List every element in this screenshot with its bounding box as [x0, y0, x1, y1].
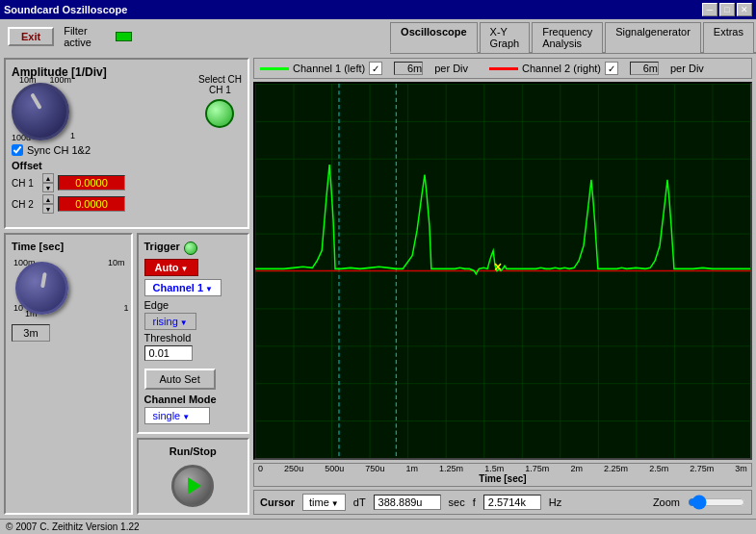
channel-mode-label: Channel Mode [144, 394, 217, 405]
amplitude-panel: Amplitude [1/Div] 10m 100m 1 100u [4, 58, 249, 229]
main-window: Exit Filter active Oscilloscope X-Y Grap… [0, 19, 756, 534]
ch2-offset-input[interactable]: 0.0000 [58, 196, 125, 212]
top-bar-left: Exit Filter active [0, 19, 140, 54]
zoom-slider[interactable] [688, 495, 745, 510]
autoset-button[interactable]: Auto Set [144, 369, 216, 390]
oscilloscope-screen[interactable] [253, 82, 752, 460]
ch2-line [489, 67, 518, 70]
time-axis-container: 0 250u 500u 750u 1m 1.25m 1.5m 1.75m 2m … [253, 463, 752, 487]
play-icon [188, 477, 201, 495]
amplitude-knob[interactable] [12, 83, 69, 140]
time-axis-unit: Time [sec] [254, 473, 751, 484]
close-button[interactable]: ✕ [737, 3, 752, 16]
ch1-offset-row: CH 1 ▲ ▼ 0.0000 [12, 173, 242, 192]
time-knob[interactable] [15, 262, 68, 315]
ch2-spin-up[interactable]: ▲ [42, 194, 54, 204]
runstop-title: Run/Stop [169, 445, 217, 457]
cursor-type-button[interactable]: time▼ [302, 494, 346, 511]
ch2-legend: Channel 2 (right) ✓ [489, 62, 618, 75]
tab-oscilloscope[interactable]: Oscilloscope [390, 22, 477, 53]
time-label-3m: 3m [735, 464, 747, 473]
copyright-text: © 2007 C. Zeithitz Version 1.22 [6, 521, 140, 532]
ch1-offset-label: CH 1 [12, 178, 39, 189]
ch1-label: CH 1 [209, 85, 231, 95]
ch2-spinner[interactable]: ▲ ▼ [42, 194, 54, 214]
f-value-input[interactable] [483, 495, 541, 510]
f-unit: Hz [549, 496, 561, 508]
ch1-offset-input[interactable]: 0.0000 [58, 175, 125, 191]
time-label-0: 0 [258, 464, 263, 473]
ch1-led[interactable] [205, 99, 234, 128]
window-controls: ─ □ ✕ [702, 3, 752, 16]
filter-active-label: Filter active [64, 25, 110, 48]
time-label-2.75m: 2.75m [690, 464, 714, 473]
exit-button[interactable]: Exit [8, 27, 54, 46]
maximize-button[interactable]: □ [719, 3, 735, 16]
time-label-500u: 500u [325, 464, 344, 473]
trigger-channel-button[interactable]: Channel 1▼ [144, 279, 222, 296]
edge-label: Edge [144, 299, 169, 311]
ch1-line [260, 67, 289, 70]
time-title: Time [sec] [12, 241, 64, 252]
ch2-perdiv-unit: per Div [670, 63, 704, 74]
tab-frequency-analysis[interactable]: Frequency Analysis [532, 22, 603, 53]
ch2-offset-label: CH 2 [12, 199, 39, 210]
trigger-mode-button[interactable]: Auto▼ [144, 259, 199, 276]
left-panel: Amplitude [1/Div] 10m 100m 1 100u [4, 58, 249, 515]
time-label-750u: 750u [365, 464, 384, 473]
time-display: 3m [12, 324, 50, 342]
ch1-spinner[interactable]: ▲ ▼ [42, 173, 54, 192]
edge-button[interactable]: rising▼ [144, 313, 196, 330]
right-panel: Channel 1 (left) ✓ per Div Channel 2 (ri… [253, 58, 752, 515]
tab-signal-generator[interactable]: Signalgenerator [605, 22, 701, 53]
trigger-panel: Trigger Auto▼ Channel 1▼ [137, 233, 250, 434]
zoom-label: Zoom [653, 496, 680, 508]
ch1-legend-label: Channel 1 (left) [293, 63, 365, 74]
time-label-10m: 10m [108, 258, 125, 267]
channel-mode-button[interactable]: single▼ [144, 407, 211, 424]
ch2-check[interactable]: ✓ [605, 62, 618, 75]
time-label-2m: 2m [570, 464, 583, 473]
ch2-perdiv-input[interactable] [630, 62, 659, 75]
oscilloscope-grid [255, 84, 750, 458]
copyright-bar: © 2007 C. Zeithitz Version 1.22 [0, 519, 756, 534]
app-title: Soundcard Oszilloscope [4, 4, 127, 15]
dt-unit: sec [449, 496, 465, 508]
time-label-2.25m: 2.25m [604, 464, 628, 473]
threshold-label: Threshold [144, 332, 192, 343]
cursor-bar: Cursor time▼ dT sec f Hz Zoom [253, 490, 752, 515]
trigger-led [184, 242, 197, 255]
select-ch-label: Select CH [198, 74, 242, 85]
runstop-panel: Run/Stop [137, 438, 250, 515]
ch1-perdiv-unit: per Div [434, 63, 468, 74]
time-label-1.75m: 1.75m [525, 464, 549, 473]
ch2-spin-down[interactable]: ▼ [42, 204, 54, 214]
knob-label-1: 1 [70, 131, 75, 140]
ch1-spin-down[interactable]: ▼ [42, 183, 54, 192]
ch2-legend-label: Channel 2 (right) [522, 63, 601, 74]
knob-label-100m: 100m [49, 75, 71, 85]
time-label-250u: 250u [284, 464, 303, 473]
run-stop-button[interactable] [171, 465, 214, 507]
tab-bar: Oscilloscope X-Y Graph Frequency Analysi… [390, 19, 756, 54]
ch1-spin-up[interactable]: ▲ [42, 173, 54, 183]
time-label-1.5m: 1.5m [484, 464, 504, 473]
ch1-legend: Channel 1 (left) ✓ [260, 62, 382, 75]
f-label: f [473, 496, 476, 508]
content-area: Amplitude [1/Div] 10m 100m 1 100u [0, 54, 756, 519]
amplitude-title: Amplitude [1/Div] [12, 65, 195, 79]
filter-active-indicator: Filter active [64, 25, 132, 48]
sync-checkbox[interactable] [12, 144, 23, 156]
ch2-offset-row: CH 2 ▲ ▼ 0.0000 [12, 194, 242, 214]
bottom-left-panels: Time [sec] 100m 10m 1 1m 10 3m [4, 233, 249, 515]
dt-label: dT [353, 496, 366, 508]
tab-xy-graph[interactable]: X-Y Graph [480, 22, 531, 53]
tab-extras[interactable]: Extras [703, 22, 754, 53]
dt-value-input[interactable] [374, 495, 441, 510]
minimize-button[interactable]: ─ [702, 3, 717, 16]
ch1-check[interactable]: ✓ [369, 62, 382, 75]
time-axis-labels: 0 250u 500u 750u 1m 1.25m 1.5m 1.75m 2m … [254, 464, 751, 473]
time-label-1m: 1m [405, 464, 418, 473]
threshold-input[interactable] [144, 345, 193, 361]
ch1-perdiv-input[interactable] [394, 62, 423, 75]
